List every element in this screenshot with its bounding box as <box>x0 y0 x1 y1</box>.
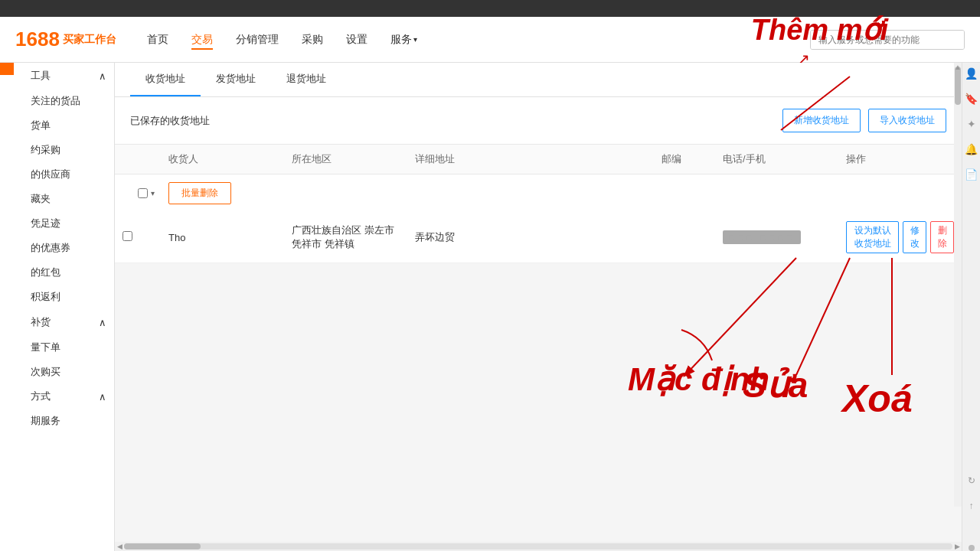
content: ▲ 收货地址 发货地址 退货地址 已保存的收货地址 新增收货地址 导入收 <box>115 63 962 551</box>
sidebar-item-suppliers[interactable]: 的供应商 <box>14 162 114 187</box>
h-scrollbar[interactable]: ◀ ▶ <box>115 542 962 551</box>
nav-trade[interactable]: 交易 <box>191 30 213 50</box>
row-checkbox[interactable] <box>122 231 132 241</box>
select-dropdown-arrow[interactable]: ▾ <box>151 189 155 197</box>
tab-return-address[interactable]: 退货地址 <box>271 63 341 96</box>
th-actions: 操作 <box>838 152 962 166</box>
right-icon-user[interactable]: 👤 <box>965 67 978 80</box>
sidebar-item-footprint[interactable]: 凭足迹 <box>14 211 114 236</box>
sidebar-section-tools[interactable]: 工具 ∧ <box>14 63 114 89</box>
sidebar-item-watched-goods[interactable]: 关注的货品 <box>14 89 114 113</box>
sidebar-orange-tab[interactable]: 切换买家版 <box>0 63 14 75</box>
main-layout: 切换买家版 工具 ∧ 关注的货品 货单 约采购 的供应商 藏夹 凭足迹 的优惠券… <box>0 63 980 551</box>
v-scrollbar[interactable]: ▲ <box>954 63 962 507</box>
sidebar-restock-arrow: ∧ <box>99 317 106 328</box>
address-header: 已保存的收货地址 新增收货地址 导入收货地址 <box>115 97 962 144</box>
sidebar-item-favorites[interactable]: 藏夹 <box>14 187 114 211</box>
set-default-button[interactable]: 设为默认收货地址 <box>846 221 899 253</box>
sidebar-item-rebate[interactable]: 积返利 <box>14 285 114 309</box>
sidebar-method-arrow: ∧ <box>99 391 106 403</box>
edit-button[interactable]: 修改 <box>903 221 926 253</box>
scroll-right-arrow[interactable]: ▶ <box>952 543 962 550</box>
nav: 首页 交易 分销管理 采购 设置 服务 ▾ <box>147 30 795 50</box>
cell-actions: 设为默认收货地址 修改 删除 <box>838 221 962 253</box>
th-receiver: 收货人 <box>161 152 284 166</box>
cell-detail-address: 弄坏边贸 <box>407 230 654 244</box>
right-scroll-indicator <box>969 545 975 551</box>
right-icon-star[interactable]: ✦ <box>965 117 978 131</box>
tab-sending-address[interactable]: 发货地址 <box>201 63 271 96</box>
sidebar-item-procurement[interactable]: 约采购 <box>14 138 114 162</box>
sidebar-item-coupons[interactable]: 的优惠券 <box>14 236 114 260</box>
sidebar-item-orders[interactable]: 货单 <box>14 113 114 138</box>
new-address-button[interactable]: 新增收货地址 <box>782 109 861 132</box>
h-scroll-thumb[interactable] <box>124 543 201 549</box>
header: 1688 买家工作台 首页 交易 分销管理 采购 设置 服务 ▾ Thêm mớ… <box>0 17 980 63</box>
content-area-wrapper: ▲ 收货地址 发货地址 退货地址 已保存的收货地址 新增收货地址 导入收 <box>115 63 980 551</box>
logo-text: 买家工作台 <box>63 33 116 47</box>
sidebar-section-method[interactable]: 方式 ∧ <box>14 384 114 409</box>
th-region: 所在地区 <box>284 152 407 166</box>
select-all-wrapper: ▾ <box>130 188 162 198</box>
nav-services-label: 服务 <box>390 33 412 47</box>
right-icon-bell[interactable]: 🔔 <box>965 142 978 156</box>
h-scroll-track <box>124 543 952 549</box>
import-address-button[interactable]: 导入收货地址 <box>868 109 946 132</box>
search-input[interactable] <box>811 31 964 49</box>
cell-phone: ■■■ ■■■■ <box>715 230 838 244</box>
th-postal: 邮编 <box>654 152 715 166</box>
chevron-down-icon: ▾ <box>413 35 417 44</box>
sidebar-section-restock[interactable]: 补货 ∧ <box>14 309 114 335</box>
delete-button[interactable]: 删除 <box>930 221 954 253</box>
table-actions-row: ▾ 批量删除 <box>115 174 962 212</box>
phone-blur: ■■■ ■■■■ <box>723 230 801 244</box>
right-icon-bookmark[interactable]: 🔖 <box>965 92 978 106</box>
th-detail-address: 详细地址 <box>407 152 654 166</box>
right-icon-refresh[interactable]: ↻ <box>965 474 978 487</box>
address-buttons: 新增收货地址 导入收货地址 <box>782 109 946 132</box>
sidebar-tools-label: 工具 <box>31 69 51 83</box>
table-row: Tho 广西壮族自治区 崇左市 凭祥市 凭祥镇 弄坏边贸 ■■■ ■■■■ 设为… <box>115 212 962 263</box>
v-scroll-thumb[interactable] <box>955 67 961 105</box>
saved-address-label: 已保存的收货地址 <box>130 114 210 128</box>
nav-home[interactable]: 首页 <box>147 30 168 50</box>
nav-settings[interactable]: 设置 <box>346 30 368 50</box>
top-bar <box>0 0 980 17</box>
right-panel: 👤 🔖 ✦ 🔔 📄 ↻ ↑ <box>962 63 980 551</box>
sidebar-tools-arrow: ∧ <box>99 70 106 82</box>
right-icon-upload[interactable]: ↑ <box>965 499 978 513</box>
scroll-left-arrow[interactable]: ◀ <box>115 543 124 550</box>
tab-shipping-address[interactable]: 收货地址 <box>130 63 201 96</box>
content-inner: 收货地址 发货地址 退货地址 已保存的收货地址 新增收货地址 导入收货地址 <box>115 63 962 263</box>
sidebar-item-redpocket[interactable]: 的红包 <box>14 260 114 285</box>
nav-services-dropdown[interactable]: 服务 ▾ <box>390 33 417 47</box>
scroll-up-arrow[interactable]: ▲ <box>954 63 962 71</box>
nav-distribution[interactable]: 分销管理 <box>236 30 279 50</box>
nav-purchase[interactable]: 采购 <box>302 30 323 50</box>
page-root: 1688 买家工作台 首页 交易 分销管理 采购 设置 服务 ▾ Thêm mớ… <box>0 0 980 551</box>
sidebar-restock-label: 补货 <box>31 315 51 329</box>
tabs: 收货地址 发货地址 退货地址 <box>115 63 962 97</box>
cell-checkbox <box>115 231 161 243</box>
sidebar-item-rebuy[interactable]: 次购买 <box>14 360 114 384</box>
table-header: 收货人 所在地区 详细地址 邮编 电话/手机 操作 <box>115 144 962 174</box>
cell-region: 广西壮族自治区 崇左市 凭祥市 凭祥镇 <box>284 223 407 251</box>
right-icon-doc[interactable]: 📄 <box>965 168 978 181</box>
logo-number: 1688 <box>15 28 60 51</box>
th-checkbox <box>115 152 161 166</box>
sidebar: 切换买家版 工具 ∧ 关注的货品 货单 约采购 的供应商 藏夹 凭足迹 的优惠券… <box>0 63 115 551</box>
cell-receiver: Tho <box>161 232 284 243</box>
sidebar-item-period-service[interactable]: 期服务 <box>14 409 114 433</box>
select-all-checkbox[interactable] <box>138 188 148 198</box>
logo: 1688 买家工作台 <box>15 28 116 51</box>
sidebar-method-label: 方式 <box>31 390 51 403</box>
th-phone: 电话/手机 <box>715 152 838 166</box>
search-area <box>810 30 965 50</box>
sidebar-item-bulk-order[interactable]: 量下单 <box>14 335 114 360</box>
batch-delete-button[interactable]: 批量删除 <box>168 182 231 204</box>
